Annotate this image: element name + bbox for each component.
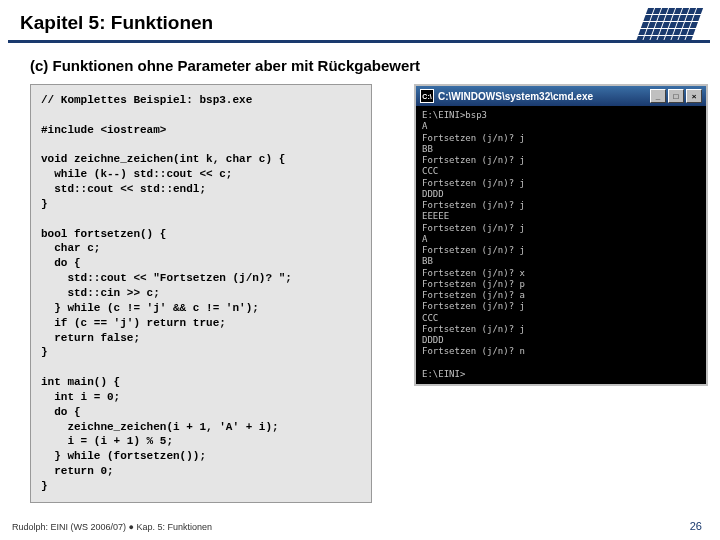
cmd-output: E:\EINI>bsp3 A Fortsetzen (j/n)? j BB Fo… [416,106,706,384]
close-button[interactable]: × [686,89,702,103]
logo [642,8,702,46]
maximize-button[interactable]: □ [668,89,684,103]
chapter-title: Kapitel 5: Funktionen [0,0,720,40]
footer-text: Rudolph: EINI (WS 2006/07) ● Kap. 5: Fun… [12,522,212,532]
code-block: // Komplettes Beispiel: bsp3.exe #includ… [30,84,372,503]
section-subtitle: (c) Funktionen ohne Parameter aber mit R… [0,43,720,84]
page-number: 26 [690,520,702,532]
cmd-titlebar: C:\ C:\WINDOWS\system32\cmd.exe _ □ × [416,86,706,106]
minimize-button[interactable]: _ [650,89,666,103]
cmd-title-text: C:\WINDOWS\system32\cmd.exe [438,91,593,102]
cmd-icon: C:\ [420,89,434,103]
command-window: C:\ C:\WINDOWS\system32\cmd.exe _ □ × E:… [414,84,708,386]
